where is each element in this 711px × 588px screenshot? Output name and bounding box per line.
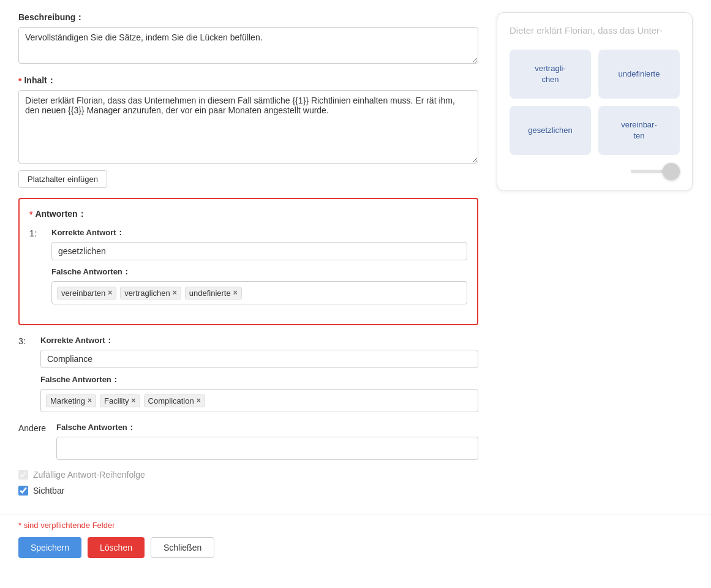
answer-row-3: 3: Korrekte Antwort： Falsche Antworten： … [18, 335, 478, 412]
tag-undefinierte: undefinierte × [185, 287, 242, 300]
sichtbar-checkbox[interactable] [18, 486, 28, 496]
tag-vereinbarten: vereinbarten × [57, 287, 116, 300]
required-note: * sind verpflichtende Felder [18, 521, 693, 530]
inhalt-label: * Inhalt： [18, 75, 478, 86]
answer-3-fields: Korrekte Antwort： Falsche Antworten： Mar… [40, 335, 478, 412]
antworten-label: * Antworten： [29, 209, 467, 220]
remove-facility[interactable]: × [132, 397, 136, 404]
remove-complication[interactable]: × [197, 397, 201, 404]
answer-3-falsch-label: Falsche Antworten： [40, 374, 478, 385]
footer-area: * sind verpflichtende Felder Speichern L… [0, 514, 711, 570]
zufaellig-checkbox[interactable] [18, 470, 28, 480]
answer-1-fields: Korrekte Antwort： Falsche Antworten： ver… [51, 227, 467, 304]
antworten-section: * Antworten： 1: Korrekte Antwort： Falsch… [18, 198, 478, 325]
slider-track [631, 170, 680, 173]
andere-row: Andere Falsche Antworten： [18, 422, 478, 460]
footer-buttons: Speichern Löschen Schließen [18, 537, 693, 558]
platzhalter-button[interactable]: Platzhalter einfügen [18, 170, 107, 188]
tag-facility: Facility × [100, 394, 140, 407]
answer-1-number: 1: [29, 227, 44, 304]
preview-option-1[interactable]: vertragli- chen [510, 50, 591, 99]
inhalt-section: * Inhalt： Dieter erklärt Florian, dass d… [18, 75, 478, 188]
left-panel: Beschreibung： Vervollständigen Sie die S… [18, 12, 478, 502]
answer-1-korrekt-label: Korrekte Antwort： [51, 227, 467, 238]
right-panel: Dieter erklärt Florian, dass das Unter- … [497, 12, 693, 502]
preview-option-4[interactable]: vereinbar- ten [598, 106, 680, 155]
beschreibung-textarea[interactable]: Vervollständigen Sie die Sätze, indem Si… [18, 27, 478, 64]
preview-text: Dieter erklärt Florian, dass das Unter- [510, 25, 680, 40]
answer-1-korrekt-input[interactable] [51, 242, 467, 260]
remove-marketing[interactable]: × [88, 397, 92, 404]
preview-slider [510, 165, 680, 178]
zufaellig-label: Zufällige Antwort-Reihenfolge [33, 470, 145, 480]
delete-button[interactable]: Löschen [88, 537, 145, 558]
beschreibung-label: Beschreibung： [18, 12, 478, 23]
answer-3-falsch-tags: Marketing × Facility × Complication × [40, 389, 478, 412]
andere-fields: Falsche Antworten： [56, 422, 478, 460]
answer-row-1: 1: Korrekte Antwort： Falsche Antworten： … [29, 227, 467, 304]
answer-1-falsch-label: Falsche Antworten： [51, 266, 467, 277]
andere-falsch-label: Falsche Antworten： [56, 422, 478, 433]
remove-vereinbarten[interactable]: × [108, 289, 112, 296]
preview-options: vertragli- chen undefinierte gesetzliche… [510, 50, 680, 155]
sichtbar-label: Sichtbar [33, 486, 64, 496]
answer-1-falsch-tags: vereinbarten × vertraglichen × undefinie… [51, 281, 467, 304]
tag-marketing: Marketing × [46, 394, 96, 407]
tag-complication: Complication × [144, 394, 205, 407]
answer-3-korrekt-label: Korrekte Antwort： [40, 335, 478, 346]
close-button[interactable]: Schließen [151, 537, 214, 558]
save-button[interactable]: Speichern [18, 537, 81, 558]
preview-card: Dieter erklärt Florian, dass das Unter- … [497, 12, 693, 191]
preview-option-3[interactable]: gesetzlichen [510, 106, 591, 155]
sichtbar-row: Sichtbar [18, 486, 478, 496]
answer-3-korrekt-input[interactable] [40, 350, 478, 368]
preview-option-2[interactable]: undefinierte [598, 50, 680, 99]
tag-vertraglichen: vertraglichen × [120, 287, 181, 300]
slider-thumb[interactable] [663, 163, 680, 180]
andere-falsch-tags[interactable] [56, 437, 478, 460]
inhalt-textarea[interactable]: Dieter erklärt Florian, dass das Unterne… [18, 90, 478, 164]
remove-vertraglichen[interactable]: × [173, 289, 177, 296]
answer-3-number: 3: [18, 335, 33, 412]
remove-undefinierte[interactable]: × [233, 289, 238, 296]
beschreibung-section: Beschreibung： Vervollständigen Sie die S… [18, 12, 478, 66]
zufaellig-row: Zufällige Antwort-Reihenfolge [18, 470, 478, 480]
andere-label: Andere [18, 422, 49, 433]
